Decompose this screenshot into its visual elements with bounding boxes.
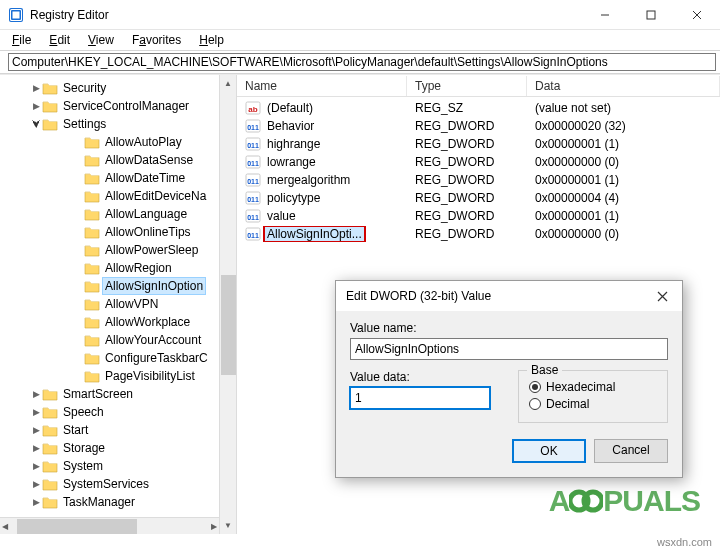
scroll-thumb[interactable] — [17, 519, 137, 534]
tree-item-allowworkplace[interactable]: AllowWorkplace — [72, 313, 236, 331]
folder-icon — [84, 351, 100, 365]
scroll-left-icon[interactable]: ◀ — [2, 522, 8, 531]
tree-item-servicecontrolmanager[interactable]: ▶ ServiceControlManager — [30, 97, 236, 115]
value-type: REG_DWORD — [407, 209, 527, 223]
value-name-input[interactable] — [350, 338, 668, 360]
list-row[interactable]: highrangeREG_DWORD0x00000001 (1) — [237, 135, 720, 153]
expand-icon[interactable]: ▶ — [30, 443, 42, 453]
radio-icon — [529, 381, 541, 393]
tree-label: SmartScreen — [61, 386, 135, 402]
menubar: File Edit View Favorites Help — [0, 30, 720, 50]
list-row[interactable]: (Default)REG_SZ(value not set) — [237, 99, 720, 117]
tree-item-allowlanguage[interactable]: AllowLanguage — [72, 205, 236, 223]
column-type[interactable]: Type — [407, 76, 527, 96]
expand-icon[interactable]: ▶ — [30, 425, 42, 435]
registry-tree[interactable]: ▶ Security ▶ ServiceControlManager ⮟ — [0, 79, 236, 513]
tree-label: Security — [61, 80, 108, 96]
tree-item-system[interactable]: ▶System — [30, 457, 236, 475]
folder-icon — [84, 333, 100, 347]
menu-file[interactable]: File — [4, 32, 39, 48]
tree-item-smartscreen[interactable]: ▶SmartScreen — [30, 385, 236, 403]
close-button[interactable] — [674, 0, 720, 30]
expand-icon[interactable]: ▶ — [30, 407, 42, 417]
folder-icon — [42, 117, 58, 131]
tree-item-allowyouraccount[interactable]: AllowYourAccount — [72, 331, 236, 349]
tree-item-allowdatasense[interactable]: AllowDataSense — [72, 151, 236, 169]
tree-item-taskscheduler[interactable]: ▶TaskScheduler — [30, 511, 236, 513]
expand-icon[interactable]: ▶ — [30, 389, 42, 399]
list-row[interactable]: AllowSignInOpti...REG_DWORD0x00000000 (0… — [237, 225, 720, 243]
folder-icon — [42, 387, 58, 401]
value-name-label: Value name: — [350, 321, 668, 335]
tree-item-alloweditdevicename[interactable]: AllowEditDeviceNa — [72, 187, 236, 205]
value-data-input[interactable] — [350, 387, 490, 409]
value-type: REG_DWORD — [407, 227, 527, 241]
radio-label: Decimal — [546, 397, 589, 411]
tree-horizontal-scrollbar[interactable]: ◀ ▶ — [0, 517, 219, 534]
tree-item-taskmanager[interactable]: ▶TaskManager — [30, 493, 236, 511]
dword-value-icon — [245, 208, 261, 224]
folder-icon — [84, 261, 100, 275]
tree-item-start[interactable]: ▶Start — [30, 421, 236, 439]
menu-view[interactable]: View — [80, 32, 122, 48]
tree-label: TaskManager — [61, 494, 137, 510]
tree-item-allowdatetime[interactable]: AllowDateTime — [72, 169, 236, 187]
expand-icon[interactable]: ▶ — [30, 83, 42, 93]
tree-item-allowvpn[interactable]: AllowVPN — [72, 295, 236, 313]
scroll-down-icon[interactable]: ▼ — [220, 517, 236, 534]
column-data[interactable]: Data — [527, 76, 720, 96]
collapse-icon[interactable]: ⮟ — [30, 119, 42, 129]
menu-edit[interactable]: Edit — [41, 32, 78, 48]
tree-item-storage[interactable]: ▶Storage — [30, 439, 236, 457]
list-row[interactable]: BehaviorREG_DWORD0x00000020 (32) — [237, 117, 720, 135]
value-name: value — [265, 209, 298, 223]
menu-favorites[interactable]: Favorites — [124, 32, 189, 48]
base-legend: Base — [527, 363, 562, 377]
dialog-titlebar[interactable]: Edit DWORD (32-bit) Value — [336, 281, 682, 311]
tree-item-allowonlinetips[interactable]: AllowOnlineTips — [72, 223, 236, 241]
tree-item-speech[interactable]: ▶Speech — [30, 403, 236, 421]
scroll-thumb[interactable] — [221, 275, 236, 375]
dialog-close-button[interactable] — [642, 281, 682, 311]
list-row[interactable]: mergealgorithmREG_DWORD0x00000001 (1) — [237, 171, 720, 189]
expand-icon[interactable]: ▶ — [30, 497, 42, 507]
tree-vertical-scrollbar[interactable]: ▲ ▼ — [219, 75, 236, 534]
column-name[interactable]: Name — [237, 76, 407, 96]
watermark-url: wsxdn.com — [657, 536, 712, 548]
tree-label: Storage — [61, 440, 107, 456]
tree-item-allowautoplay[interactable]: AllowAutoPlay — [72, 133, 236, 151]
radio-decimal[interactable]: Decimal — [529, 397, 657, 411]
maximize-button[interactable] — [628, 0, 674, 30]
list-row[interactable]: policytypeREG_DWORD0x00000004 (4) — [237, 189, 720, 207]
tree-item-configuretaskbarcalendar[interactable]: ConfigureTaskbarC — [72, 349, 236, 367]
dword-value-icon — [245, 118, 261, 134]
ok-button[interactable]: OK — [512, 439, 586, 463]
value-data: (value not set) — [527, 101, 720, 115]
tree-item-systemservices[interactable]: ▶SystemServices — [30, 475, 236, 493]
tree-item-security[interactable]: ▶ Security — [30, 79, 236, 97]
tree-label: AllowYourAccount — [103, 332, 203, 348]
expand-icon[interactable]: ▶ — [30, 461, 42, 471]
menu-help[interactable]: Help — [191, 32, 232, 48]
tree-item-pagevisibilitylist[interactable]: PageVisibilityList — [72, 367, 236, 385]
scroll-right-icon[interactable]: ▶ — [211, 522, 217, 531]
folder-icon — [42, 441, 58, 455]
tree-item-allowregion[interactable]: AllowRegion — [72, 259, 236, 277]
list-row[interactable]: valueREG_DWORD0x00000001 (1) — [237, 207, 720, 225]
folder-icon — [84, 171, 100, 185]
svg-rect-8 — [647, 11, 655, 19]
tree-item-allowsigninoptions[interactable]: AllowSignInOption — [72, 277, 236, 295]
radio-hexadecimal[interactable]: Hexadecimal — [529, 380, 657, 394]
tree-label: SystemServices — [61, 476, 151, 492]
expand-icon[interactable]: ▶ — [30, 479, 42, 489]
address-input[interactable] — [8, 53, 716, 71]
expand-icon[interactable]: ▶ — [30, 101, 42, 111]
list-row[interactable]: lowrangeREG_DWORD0x00000000 (0) — [237, 153, 720, 171]
minimize-button[interactable] — [582, 0, 628, 30]
tree-item-settings[interactable]: ⮟ Settings — [30, 115, 236, 133]
value-type: REG_DWORD — [407, 173, 527, 187]
cancel-button[interactable]: Cancel — [594, 439, 668, 463]
tree-label: ServiceControlManager — [61, 98, 191, 114]
scroll-up-icon[interactable]: ▲ — [220, 75, 236, 92]
tree-item-allowpowersleep[interactable]: AllowPowerSleep — [72, 241, 236, 259]
